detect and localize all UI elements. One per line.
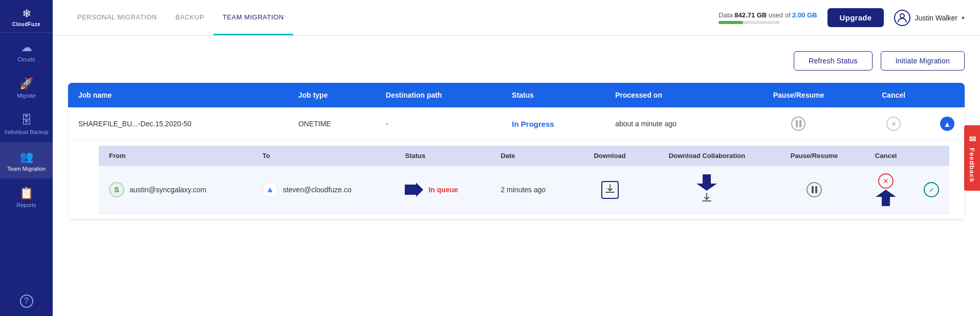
- sidebar-item-migrate[interactable]: 🚀 Migrate: [0, 69, 53, 105]
- sidebar-clouds-label: Clouds: [17, 56, 35, 63]
- arrow-up-indicator: [876, 190, 896, 206]
- from-avatar: S: [109, 182, 124, 197]
- help-icon: ?: [20, 295, 33, 308]
- sub-expand-button[interactable]: ✓: [924, 182, 939, 197]
- sub-jobs-table: From To Status Date Download Download Co…: [99, 146, 949, 214]
- sub-cancel-button[interactable]: ✕: [878, 173, 894, 189]
- user-menu[interactable]: Justin Walker ▾: [894, 10, 965, 26]
- logo-text: CloudFuze: [12, 21, 41, 27]
- tab-backup[interactable]: BACKUP: [166, 0, 213, 35]
- sidebar-migrate-label: Migrate: [17, 93, 36, 99]
- cancel-cell: ✕: [857, 107, 930, 141]
- nav-tabs: PERSONAL MIGRATION BACKUP TEAM MIGRATION: [68, 0, 293, 35]
- upgrade-button[interactable]: Upgrade: [827, 8, 884, 27]
- sub-col-to: To: [252, 146, 395, 166]
- sub-col-from: From: [99, 146, 252, 166]
- sub-table-container: From To Status Date Download Download Co…: [68, 141, 965, 219]
- pause-resume-button[interactable]: [791, 117, 805, 131]
- sub-to-cell: ▲ steven@cloudfuze.co: [252, 166, 395, 214]
- refresh-status-button[interactable]: Refresh Status: [794, 51, 872, 71]
- sub-table-data-row: S austin@syncgalaxy.com ▲ steven@cloudfu: [99, 166, 949, 214]
- sidebar-item-clouds[interactable]: ☁ Clouds: [0, 33, 53, 69]
- to-email: steven@cloudfuze.co: [283, 186, 352, 194]
- sub-col-download: Download: [576, 146, 644, 166]
- sidebar-reports-label: Reports: [16, 202, 36, 209]
- sub-from-cell: S austin@syncgalaxy.com: [99, 166, 252, 214]
- sub-table-cell: From To Status Date Download Download Co…: [68, 141, 965, 219]
- sub-expand-cell: ✓: [913, 166, 949, 214]
- download-button[interactable]: [604, 186, 616, 196]
- status-cell: In Progress: [502, 107, 605, 141]
- data-used: 842.71 GB: [734, 11, 767, 19]
- col-cancel: Cancel: [857, 83, 930, 107]
- data-bar-fill: [718, 21, 743, 24]
- sub-table-row: From To Status Date Download Download Co…: [68, 141, 965, 219]
- data-bar-track: [718, 21, 780, 24]
- sidebar: ❄ CloudFuze ☁ Clouds 🚀 Migrate 🗄 Individ…: [0, 0, 53, 316]
- sub-col-date: Date: [490, 146, 576, 166]
- job-name-cell: SHAREFILE_BU...-Dec.15.2020-50: [68, 107, 288, 141]
- sidebar-item-reports[interactable]: 📋 Reports: [0, 178, 53, 215]
- job-type-cell: ONETIME: [288, 107, 376, 141]
- expand-cell: ▲: [930, 107, 965, 141]
- sub-download-collab-cell: [644, 166, 770, 214]
- sidebar-team-migration-label: Team Migration: [7, 166, 46, 172]
- sidebar-backup-label: Individual Backup: [4, 129, 48, 136]
- expand-button[interactable]: ▲: [940, 117, 954, 131]
- sidebar-item-team-migration[interactable]: 👥 Team Migration: [0, 142, 53, 178]
- table-row: SHAREFILE_BU...-Dec.15.2020-50 ONETIME -…: [68, 107, 965, 141]
- from-cell-content: S austin@syncgalaxy.com: [109, 182, 242, 197]
- pause-resume-cell: [739, 107, 857, 141]
- col-expand: [930, 83, 965, 107]
- sub-status-content: In queue: [405, 183, 480, 197]
- initiate-migration-button[interactable]: Initiate Migration: [881, 51, 965, 71]
- download-highlight-box: [601, 181, 619, 199]
- to-avatar: ▲: [263, 182, 278, 197]
- sub-status-cell: In queue: [395, 166, 490, 214]
- download-collab-with-arrow: [654, 174, 760, 206]
- sub-date-cell: 2 minutes ago: [490, 166, 576, 214]
- destination-path-cell: -: [376, 107, 502, 141]
- topnav-right: Data 842.71 GB used of 2.00 GB Upgrade J…: [718, 8, 965, 27]
- feedback-mail-icon: ✉: [967, 133, 977, 144]
- to-cell-content: ▲ steven@cloudfuze.co: [263, 182, 385, 197]
- download-collab-button[interactable]: [701, 192, 712, 206]
- page-content: Refresh Status Initiate Migration Job na…: [53, 36, 980, 230]
- logo-icon: ❄: [22, 7, 31, 20]
- data-usage-block: Data 842.71 GB used of 2.00 GB: [718, 11, 817, 24]
- svg-marker-2: [696, 174, 717, 191]
- col-pause-resume: Pause/Resume: [739, 83, 857, 107]
- sub-col-pause-resume: Pause/Resume: [770, 146, 859, 166]
- feedback-label: Feedback: [968, 148, 976, 183]
- sub-pause-resume-cell: [770, 166, 859, 214]
- sub-col-expand: [913, 146, 949, 166]
- top-navigation: PERSONAL MIGRATION BACKUP TEAM MIGRATION…: [53, 0, 980, 36]
- sub-status-badge: In queue: [428, 186, 458, 194]
- user-name-label: Justin Walker: [914, 14, 957, 22]
- tab-personal-migration[interactable]: PERSONAL MIGRATION: [68, 0, 166, 35]
- sidebar-item-individual-backup[interactable]: 🗄 Individual Backup: [0, 105, 53, 142]
- feedback-tab[interactable]: ✉ Feedback: [964, 125, 980, 191]
- main-jobs-table: Job name Job type Destination path Statu…: [68, 83, 965, 219]
- cancel-with-arrow: ✕: [868, 173, 903, 206]
- sidebar-item-help[interactable]: ?: [0, 286, 53, 316]
- data-total: 2.00 GB: [792, 11, 817, 19]
- col-job-name: Job name: [68, 83, 288, 107]
- tab-team-migration[interactable]: TEAM MIGRATION: [213, 0, 293, 35]
- sub-cancel-cell: ✕: [858, 166, 913, 214]
- user-avatar-icon: [894, 10, 910, 26]
- from-email: austin@syncgalaxy.com: [129, 186, 206, 194]
- svg-marker-3: [876, 190, 896, 206]
- processed-on-cell: about a minute ago: [605, 107, 739, 141]
- sub-col-status: Status: [395, 146, 490, 166]
- main-content: PERSONAL MIGRATION BACKUP TEAM MIGRATION…: [53, 0, 980, 316]
- svg-marker-1: [405, 183, 423, 197]
- sidebar-logo: ❄ CloudFuze: [0, 0, 53, 33]
- sub-pause-button[interactable]: [807, 182, 822, 197]
- reports-icon: 📋: [19, 187, 33, 200]
- sub-col-cancel: Cancel: [858, 146, 913, 166]
- cancel-button[interactable]: ✕: [886, 117, 901, 131]
- arrow-right-indicator: [405, 183, 423, 197]
- col-processed-on: Processed on: [605, 83, 739, 107]
- col-status: Status: [502, 83, 605, 107]
